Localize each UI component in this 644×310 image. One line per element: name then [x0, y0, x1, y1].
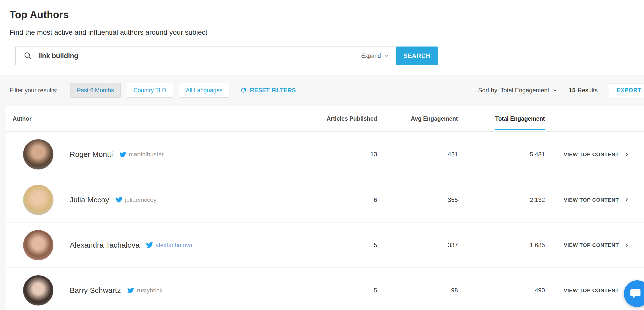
chevron-right-icon	[623, 151, 630, 158]
filter-chips: Past 6 Months Country TLD All Languages	[70, 83, 229, 98]
total-engagement-value: 490	[458, 268, 545, 310]
column-header-avg-engagement[interactable]: Avg Engagement	[377, 106, 458, 131]
twitter-icon	[146, 242, 153, 248]
avg-engagement-value: 355	[377, 177, 458, 222]
results-section: Filter your results: Past 6 Months Count…	[0, 75, 644, 310]
filter-language-button[interactable]: All Languages	[179, 83, 229, 98]
table-row: Barry Schwartz rustybrick 5 98 490 VIEW …	[6, 268, 644, 310]
twitter-icon	[119, 151, 126, 158]
filter-results-label: Filter your results:	[10, 87, 58, 94]
avatar	[23, 275, 54, 306]
total-engagement-value: 1,685	[458, 223, 545, 268]
column-header-actions	[545, 106, 644, 131]
search-bar: Expand SEARCH	[15, 47, 438, 65]
reset-filters-label: RESET FILTERS	[250, 87, 296, 94]
articles-published-value: 13	[302, 132, 377, 177]
articles-published-value: 5	[302, 223, 377, 268]
chevron-down-icon	[552, 87, 558, 93]
table-row: Roger Montti martinibuster 13 421 5,481 …	[6, 132, 644, 177]
page-header: Top Authors Find the most active and inf…	[0, 0, 644, 65]
sort-label: Sort by: Total Engagement	[478, 87, 549, 94]
search-button[interactable]: SEARCH	[396, 47, 438, 65]
column-header-articles-published[interactable]: Articles Published	[302, 106, 377, 131]
total-engagement-value: 2,132	[458, 177, 545, 222]
author-name: Alexandra Tachalova	[70, 241, 140, 249]
chevron-down-icon	[383, 53, 389, 59]
author-cell: Barry Schwartz rustybrick	[6, 268, 302, 310]
reset-filters-button[interactable]: RESET FILTERS	[240, 87, 296, 94]
results-count: 15Results	[569, 87, 598, 94]
page-subtitle: Find the most active and influential aut…	[10, 28, 644, 36]
twitter-handle-label: martinibuster	[129, 151, 164, 158]
author-name: Roger Montti	[70, 150, 113, 159]
column-header-total-engagement-label: Total Engagement	[495, 115, 545, 122]
view-top-content-label: VIEW TOP CONTENT	[564, 287, 619, 293]
table-header: Author Articles Published Avg Engagement…	[6, 106, 644, 132]
action-cell: VIEW TOP CONTENT	[545, 177, 644, 222]
view-top-content-button[interactable]: VIEW TOP CONTENT	[564, 197, 630, 203]
avg-engagement-value: 337	[377, 223, 458, 268]
view-top-content-button[interactable]: VIEW TOP CONTENT	[564, 287, 630, 294]
avatar	[23, 139, 54, 170]
view-top-content-button[interactable]: VIEW TOP CONTENT	[564, 242, 630, 248]
filter-country-button[interactable]: Country TLD	[127, 83, 173, 98]
view-top-content-label: VIEW TOP CONTENT	[564, 197, 619, 203]
search-icon	[24, 52, 32, 60]
expand-toggle[interactable]: Expand	[361, 53, 389, 59]
twitter-handle-label: rustybrick	[137, 287, 163, 294]
author-cell: Julia Mccoy juliaemccoy	[6, 177, 302, 222]
chat-icon	[629, 288, 641, 300]
table-row: Alexandra Tachalova alextachalova 5 337 …	[6, 222, 644, 268]
avg-engagement-value: 421	[377, 132, 458, 177]
table-row: Julia Mccoy juliaemccoy 6 355 2,132 VIEW…	[6, 177, 644, 222]
authors-table: Author Articles Published Avg Engagement…	[6, 106, 644, 310]
results-count-value: 15	[569, 87, 576, 94]
expand-label: Expand	[361, 53, 381, 59]
search-input[interactable]	[38, 52, 361, 60]
filter-bar: Filter your results: Past 6 Months Count…	[0, 75, 644, 106]
filter-bar-right: Sort by: Total Engagement 15Results EXPO…	[478, 83, 644, 97]
twitter-icon	[116, 196, 123, 203]
twitter-handle-label: juliaemccoy	[125, 196, 156, 203]
twitter-handle-label: alextachalova	[155, 242, 192, 249]
action-cell: VIEW TOP CONTENT	[545, 223, 644, 268]
sort-dropdown[interactable]: Sort by: Total Engagement	[478, 87, 558, 94]
view-top-content-label: VIEW TOP CONTENT	[564, 151, 619, 157]
articles-published-value: 5	[302, 268, 377, 310]
author-cell: Roger Montti martinibuster	[6, 132, 302, 177]
results-count-label: Results	[578, 87, 598, 94]
page-title: Top Authors	[10, 9, 644, 20]
avg-engagement-value: 98	[377, 268, 458, 310]
view-top-content-label: VIEW TOP CONTENT	[564, 242, 619, 248]
twitter-icon	[127, 287, 134, 294]
avatar	[23, 185, 54, 215]
author-cell: Alexandra Tachalova alextachalova	[6, 223, 302, 268]
avatar	[23, 230, 54, 260]
author-name: Barry Schwartz	[70, 286, 121, 295]
column-header-total-engagement[interactable]: Total Engagement	[458, 106, 545, 131]
chevron-right-icon	[623, 197, 630, 203]
column-header-author: Author	[6, 106, 302, 131]
twitter-handle[interactable]: alextachalova	[146, 242, 192, 249]
chevron-right-icon	[623, 242, 630, 248]
twitter-handle[interactable]: juliaemccoy	[116, 196, 156, 203]
author-name: Julia Mccoy	[70, 196, 109, 204]
filter-time-button[interactable]: Past 6 Months	[70, 83, 121, 98]
twitter-handle[interactable]: martinibuster	[119, 151, 164, 158]
search-box: Expand	[15, 47, 396, 65]
twitter-handle[interactable]: rustybrick	[127, 287, 163, 294]
refresh-icon	[240, 87, 247, 94]
export-button[interactable]: EXPORT	[609, 83, 644, 97]
view-top-content-button[interactable]: VIEW TOP CONTENT	[564, 151, 630, 158]
total-engagement-value: 5,481	[458, 132, 545, 177]
articles-published-value: 6	[302, 177, 377, 222]
action-cell: VIEW TOP CONTENT	[545, 132, 644, 177]
